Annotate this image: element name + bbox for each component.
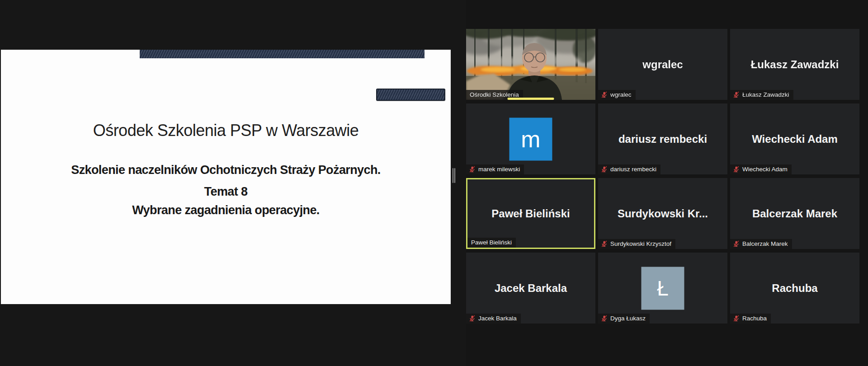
slide-subtitle-line3: Wybrane zagadnienia operacyjne. xyxy=(1,203,451,217)
participant-display-name: Balcerzak Marek xyxy=(730,178,859,249)
slide-subtitle-line2: Temat 8 xyxy=(1,185,451,199)
muted-mic-icon xyxy=(733,91,740,98)
participant-name-label: Wiechecki Adam xyxy=(730,164,792,174)
participant-avatar: Ł xyxy=(642,267,684,310)
participant-display-name: Rachuba xyxy=(730,253,859,324)
muted-mic-icon xyxy=(469,166,476,173)
participant-name-label: Surdykowski Krzysztof xyxy=(598,239,675,249)
screenshare-region: Ośrodek Szkolenia PSP w Warszawie Szkole… xyxy=(0,0,466,366)
participant-video-forest-fire xyxy=(466,29,595,100)
participant-name-label: dariusz rembecki xyxy=(598,164,660,174)
participant-name-label: Rachuba xyxy=(730,314,771,324)
muted-mic-icon xyxy=(601,91,608,98)
muted-mic-icon xyxy=(469,315,476,322)
participant-tile[interactable]: Łukasz Zawadzki Łukasz Zawadzki xyxy=(730,29,859,100)
participant-name-label: Jacek Barkala xyxy=(466,314,521,324)
participant-name-label: wgralec xyxy=(598,90,636,100)
muted-mic-icon xyxy=(601,315,608,322)
participant-tile[interactable]: Rachuba Rachuba xyxy=(730,253,859,324)
muted-mic-icon xyxy=(733,315,740,322)
participant-display-name: Surdykowski Kr... xyxy=(598,178,727,249)
participant-name-label: marek milewski xyxy=(466,164,524,174)
participant-tile[interactable]: Ł Dyga Łukasz xyxy=(598,253,727,324)
participant-name-label: Dyga Łukasz xyxy=(598,314,650,324)
participant-display-name: Jacek Barkala xyxy=(466,253,595,324)
slide-decoration-bar xyxy=(140,50,425,58)
participant-tile[interactable]: m marek milewski xyxy=(466,103,595,174)
participant-gallery: Ośrodki Szkolenia wgralec wgralec Łukasz… xyxy=(466,29,859,324)
participant-tile[interactable]: Ośrodki Szkolenia xyxy=(466,29,595,100)
muted-mic-icon xyxy=(601,240,608,247)
zoom-meeting-window: Ośrodek Szkolenia PSP w Warszawie Szkole… xyxy=(0,0,868,366)
slide-decoration-button xyxy=(376,89,445,101)
participant-tile[interactable]: dariusz rembecki dariusz rembecki xyxy=(598,103,727,174)
muted-mic-icon xyxy=(601,166,608,173)
slide-subtitle-line1: Szkolenie naczelników Ochotniczych Straż… xyxy=(1,163,451,177)
presentation-slide: Ośrodek Szkolenia PSP w Warszawie Szkole… xyxy=(1,50,451,304)
speaking-indicator-bar xyxy=(508,98,554,100)
participant-display-name: Łukasz Zawadzki xyxy=(730,29,859,100)
participant-name-label: Balcerzak Marek xyxy=(730,239,792,249)
muted-mic-icon xyxy=(733,240,740,247)
slide-title: Ośrodek Szkolenia PSP w Warszawie xyxy=(1,121,451,140)
participant-tile[interactable]: Balcerzak Marek Balcerzak Marek xyxy=(730,178,859,249)
participant-tile[interactable]: Wiechecki Adam Wiechecki Adam xyxy=(730,103,859,174)
participant-display-name: dariusz rembecki xyxy=(598,103,727,174)
participant-tile[interactable]: Jacek Barkala Jacek Barkala xyxy=(466,253,595,324)
participant-name-label: Łukasz Zawadzki xyxy=(730,90,793,100)
participant-tile[interactable]: wgralec wgralec xyxy=(598,29,727,100)
participant-tile[interactable]: Surdykowski Kr... Surdykowski Krzysztof xyxy=(598,178,727,249)
participant-tile-active-speaker[interactable]: Paweł Bieliński Paweł Bieliński xyxy=(466,178,595,249)
muted-mic-icon xyxy=(733,166,740,173)
gallery-resize-handle[interactable] xyxy=(453,168,456,183)
participant-display-name: wgralec xyxy=(598,29,727,100)
participant-display-name: Wiechecki Adam xyxy=(730,103,859,174)
participant-name-label: Paweł Bieliński xyxy=(467,238,516,248)
participant-avatar: m xyxy=(509,117,552,160)
